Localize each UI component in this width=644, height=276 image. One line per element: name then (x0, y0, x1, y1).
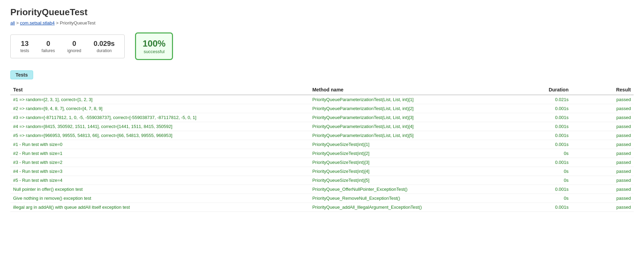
page-title: PriorityQueueTest (10, 7, 634, 18)
cell-duration: 0.001s (509, 122, 571, 131)
cell-method: PriorityQueueParameterizationTest(List, … (309, 95, 509, 104)
cell-result: passed (571, 104, 634, 113)
cell-test: Give nothing in remove() exception test (10, 194, 309, 203)
col-header-method: Method name (309, 85, 509, 95)
tests-badge: Tests (10, 70, 33, 79)
table-row: #4 - Run test with size=3PriorityQueueSi… (10, 167, 634, 176)
ignored-summary: 0 ignored (67, 40, 81, 53)
cell-method: PriorityQueueSizeTest(int)[3] (309, 158, 509, 167)
duration-summary: 0.029s duration (94, 40, 115, 53)
cell-result: passed (571, 149, 634, 158)
breadcrumb: all > com.setsal.stlab4 > PriorityQueueT… (10, 20, 634, 26)
cell-method: PriorityQueueSizeTest(int)[2] (309, 149, 509, 158)
col-header-result: Result (571, 85, 634, 95)
cell-duration: 0.001s (509, 140, 571, 149)
failures-value: 0 (41, 40, 55, 48)
tests-section: Tests Test Method name Duration Result #… (10, 70, 634, 212)
tests-value: 13 (20, 40, 29, 48)
cell-result: passed (571, 167, 634, 176)
duration-value: 0.029s (94, 40, 115, 48)
table-row: #2 - Run test with size=1PriorityQueueSi… (10, 149, 634, 158)
cell-method: PriorityQueueParameterizationTest(List, … (309, 104, 509, 113)
table-row: #2 => random=[9, 4, 8, 7], correct=[4, 7… (10, 104, 634, 113)
cell-test: #2 => random=[9, 4, 8, 7], correct=[4, 7… (10, 104, 309, 113)
duration-label: duration (97, 48, 112, 53)
table-row: #5 - Run test with size=4PriorityQueueSi… (10, 176, 634, 185)
tests-label: tests (20, 48, 29, 53)
table-row: #1 - Run test with size=0PriorityQueueSi… (10, 140, 634, 149)
table-row: #1 => random=[2, 3, 1], correct=[1, 2, 3… (10, 95, 634, 104)
success-label: successful (144, 49, 165, 54)
breadcrumb-package-link[interactable]: com.setsal.stlab4 (20, 20, 55, 26)
ignored-value: 0 (67, 40, 81, 48)
cell-result: passed (571, 176, 634, 185)
breadcrumb-separator-1: > (16, 20, 20, 26)
table-row: #3 => random=[-87117812, 1, 0, -5, -5590… (10, 113, 634, 122)
cell-result: passed (571, 203, 634, 212)
cell-test: illegal arg in addAll() with queue addAl… (10, 203, 309, 212)
cell-result: passed (571, 140, 634, 149)
cell-test: #3 - Run test with size=2 (10, 158, 309, 167)
breadcrumb-current: PriorityQueueTest (60, 20, 95, 26)
cell-test: #3 => random=[-87117812, 1, 0, -5, -5590… (10, 113, 309, 122)
table-row: Give nothing in remove() exception testP… (10, 194, 634, 203)
cell-test: #4 => random=[8415, 350592, 1511, 1441],… (10, 122, 309, 131)
cell-method: PriorityQueueParameterizationTest(List, … (309, 131, 509, 140)
failures-summary: 0 failures (41, 40, 55, 53)
cell-duration: 0.001s (509, 113, 571, 122)
cell-method: PriorityQueueSizeTest(int)[5] (309, 176, 509, 185)
table-row: Null pointer in offer() exception testPr… (10, 185, 634, 194)
cell-method: PriorityQueueParameterizationTest(List, … (309, 122, 509, 131)
cell-duration: 0.001s (509, 104, 571, 113)
cell-method: PriorityQueueSizeTest(int)[4] (309, 167, 509, 176)
col-header-test: Test (10, 85, 309, 95)
cell-result: passed (571, 185, 634, 194)
cell-result: passed (571, 113, 634, 122)
summary-box: 13 tests 0 failures 0 ignored 0.029s dur… (10, 34, 125, 58)
summary-container: 13 tests 0 failures 0 ignored 0.029s dur… (10, 32, 634, 60)
cell-duration: 0.001s (509, 185, 571, 194)
tests-table: Test Method name Duration Result #1 => r… (10, 85, 634, 212)
cell-test: Null pointer in offer() exception test (10, 185, 309, 194)
col-header-duration: Duration (509, 85, 571, 95)
cell-duration: 0s (509, 176, 571, 185)
cell-method: PriorityQueue_addAll_IllegalArgument_Exc… (309, 203, 509, 212)
table-row: #4 => random=[8415, 350592, 1511, 1441],… (10, 122, 634, 131)
cell-test: #5 => random=[966953, 99555, 54813, 66],… (10, 131, 309, 140)
cell-result: passed (571, 194, 634, 203)
cell-duration: 0s (509, 149, 571, 158)
cell-test: #2 - Run test with size=1 (10, 149, 309, 158)
cell-duration: 0.001s (509, 131, 571, 140)
cell-duration: 0.021s (509, 95, 571, 104)
breadcrumb-separator-2: > (56, 20, 60, 26)
cell-test: #1 => random=[2, 3, 1], correct=[1, 2, 3… (10, 95, 309, 104)
cell-result: passed (571, 158, 634, 167)
success-percent: 100% (143, 38, 166, 49)
cell-duration: 0s (509, 167, 571, 176)
cell-duration: 0s (509, 194, 571, 203)
cell-duration: 0.001s (509, 203, 571, 212)
table-row: #5 => random=[966953, 99555, 54813, 66],… (10, 131, 634, 140)
ignored-label: ignored (67, 48, 81, 53)
cell-method: PriorityQueueParameterizationTest(List, … (309, 113, 509, 122)
table-row: illegal arg in addAll() with queue addAl… (10, 203, 634, 212)
cell-result: passed (571, 95, 634, 104)
cell-test: #5 - Run test with size=4 (10, 176, 309, 185)
success-indicator: 100% successful (135, 32, 173, 60)
cell-method: PriorityQueue_OfferNullPointer_Exception… (309, 185, 509, 194)
cell-test: #1 - Run test with size=0 (10, 140, 309, 149)
table-header-row: Test Method name Duration Result (10, 85, 634, 95)
cell-result: passed (571, 131, 634, 140)
breadcrumb-all-link[interactable]: all (10, 20, 15, 26)
tests-summary: 13 tests (20, 40, 29, 53)
cell-method: PriorityQueue_RemoveNull_ExceptionTest() (309, 194, 509, 203)
cell-method: PriorityQueueSizeTest(int)[1] (309, 140, 509, 149)
table-row: #3 - Run test with size=2PriorityQueueSi… (10, 158, 634, 167)
cell-duration: 0.001s (509, 158, 571, 167)
failures-label: failures (41, 48, 55, 53)
cell-test: #4 - Run test with size=3 (10, 167, 309, 176)
cell-result: passed (571, 122, 634, 131)
